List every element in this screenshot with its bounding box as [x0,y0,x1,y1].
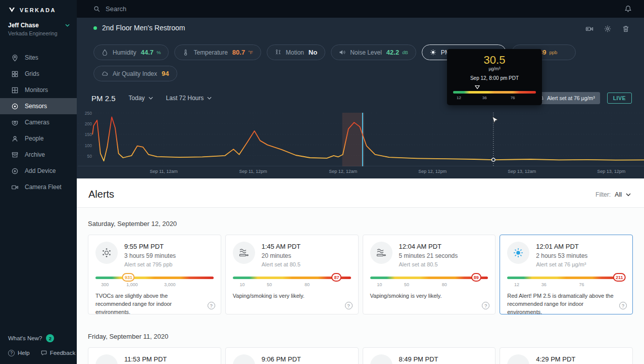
chevron-down-icon [65,24,70,27]
feedback-button[interactable]: Feedback [41,350,76,356]
sidebar-item-label: Sensors [25,103,47,110]
alert-gauge: 89 10 50 80 [370,277,488,288]
sidebar-item-grids[interactable]: Grids [0,66,77,82]
tooltip-pointer-icon [474,85,480,89]
stat-pill-humidity[interactable]: Humidity 44.7 % [93,44,169,60]
alert-threshold-text: Alert set at 80.5 [399,261,458,267]
trash-icon[interactable] [622,25,630,33]
stat-unit: °F [248,50,253,55]
alert-type-icon [233,354,255,364]
vape-icon [370,242,392,264]
alert-threshold-pill[interactable]: Alert set at 76 µg/m³ [534,92,600,104]
live-button[interactable]: LIVE [607,93,632,104]
pm25-chart[interactable] [78,113,644,166]
alert-card[interactable]: 4:29 PM PDT [500,347,633,364]
stat-value: 94 [162,70,169,77]
sensor-target-icon [11,103,19,110]
sidebar-item-monitors[interactable]: Monitors [0,82,77,98]
chart-metric-title: PM 2.5 [91,94,116,103]
alert-card[interactable]: 11:53 PM PDT [88,347,221,364]
gauge-scale-label: 36 [541,282,547,287]
alerts-panel: Alerts Filter: All Saturday, September 1… [77,178,644,364]
gauge-marker: 931 [122,273,135,282]
camera-attach-icon[interactable] [585,25,593,33]
sidebar-item-sensors[interactable]: Sensors [0,98,77,114]
sidebar-footer: What's New? 2 ? Help Feedback [0,331,77,360]
help-icon[interactable]: ? [208,302,215,309]
grid-icon [11,70,19,78]
pm25-sun-icon [507,242,529,264]
alert-type-icon [507,354,529,364]
alert-card-pm25-selected[interactable]: 12:01 AM PDT 2 hours 53 minutes Alert se… [500,235,633,314]
plus-circle-icon [11,167,19,175]
stat-label: Motion [286,49,304,56]
map-pin-icon [11,54,19,62]
tooltip-value: 30.5 [453,54,536,66]
chart-tooltip: 30.5 µg/m³ Sep 12, 8:00 pm PDT 12 36 76 [447,49,542,105]
feedback-label: Feedback [50,350,76,356]
alert-time: 9:55 PM PDT [124,243,176,250]
verkada-logo[interactable]: VERKADA [0,0,77,20]
tooltip-scale-label: 36 [482,96,487,100]
stat-pill-noise[interactable]: Noise Level 42.2 dB [331,44,416,60]
alert-card[interactable]: 8:49 PM PDT [363,347,496,364]
sidebar-item-sites[interactable]: Sites [0,50,77,66]
sidebar-item-archive[interactable]: Archive [0,147,77,163]
pm25-sun-icon [430,49,436,56]
alerts-filter-dropdown[interactable]: Filter: All [596,191,631,198]
cloud-icon [102,70,108,77]
video-camera-icon [11,184,19,191]
gauge-scale-label: 3,000 [164,282,176,287]
alert-duration: 5 minutes 21 seconds [399,252,458,259]
user-org: Verkada Engineering [8,30,70,36]
gear-icon[interactable] [604,25,612,33]
sidebar-item-people[interactable]: People [0,130,77,147]
gauge-scale-label: 76 [579,282,584,287]
verkada-logo-icon [8,6,16,14]
period-dropdown[interactable]: Today [129,95,153,102]
user-name: Jeff Chase [8,22,39,29]
x-tick-label: Sep 13, 12pm [597,169,625,174]
help-button[interactable]: ? Help [8,350,30,356]
sensor-panel: 2nd Floor Men's Restroom Humidity 44.7 %… [77,18,644,178]
search-input[interactable] [106,5,619,13]
gauge-scale-label: 80 [305,282,310,287]
sidebar-item-label: Sites [25,54,38,61]
stat-value: No [309,49,317,56]
notification-bell-icon[interactable] [624,5,632,13]
alert-card-tvoc[interactable]: 9:55 PM PDT 3 hours 59 minutes Alert set… [88,235,221,314]
device-title: 2nd Floor Men's Restroom [102,24,185,32]
tooltip-unit: µg/m³ [453,66,536,71]
mouse-cursor [492,116,499,127]
x-tick-label: Sep 11, 12am [150,169,178,174]
help-icon[interactable]: ? [345,302,353,309]
range-dropdown[interactable]: Last 72 Hours [166,95,212,102]
sidebar-item-label: Camera Fleet [25,184,62,191]
alert-card-vape[interactable]: 12:04 AM PDT 5 minutes 21 seconds Alert … [363,235,496,314]
whats-new-button[interactable]: What's New? 2 [0,331,77,346]
stat-label: Temperature [193,49,227,56]
alert-cards-row: 11:53 PM PDT 9:06 PM PDT 8:49 PM PDT [88,347,633,364]
alert-card-vape[interactable]: 1:45 AM PDT 20 minutes Alert set at 80.5… [225,235,359,314]
chevron-down-icon [148,97,153,100]
stat-pill-aqi[interactable]: Air Quality Index 94 [93,66,177,81]
stat-pill-motion[interactable]: Motion No [267,44,325,60]
help-icon[interactable]: ? [619,302,627,309]
gauge-marker: 211 [613,273,626,282]
gauge-scale-label: 50 [404,282,409,287]
whats-new-badge: 2 [46,334,54,342]
sidebar-item-camera-fleet[interactable]: Camera Fleet [0,179,77,195]
search-icon [93,6,101,13]
alert-card[interactable]: 9:06 PM PDT [225,347,359,364]
sidebar-item-label: Add Device [25,167,56,174]
alert-threshold-label: Alert set at 76 µg/m³ [547,95,595,101]
sidebar-item-cameras[interactable]: Cameras [0,114,77,130]
stat-unit: % [157,50,161,55]
user-switcher[interactable]: Jeff Chase Verkada Engineering [0,20,77,42]
help-icon[interactable]: ? [482,302,489,309]
sidebar-item-add-device[interactable]: Add Device [0,163,77,179]
alert-time: 12:04 AM PDT [399,243,458,250]
stat-pill-temperature[interactable]: Temperature 80.7 °F [174,44,261,60]
tooltip-scale-label: 76 [511,96,515,100]
range-value: Last 72 Hours [166,95,204,102]
